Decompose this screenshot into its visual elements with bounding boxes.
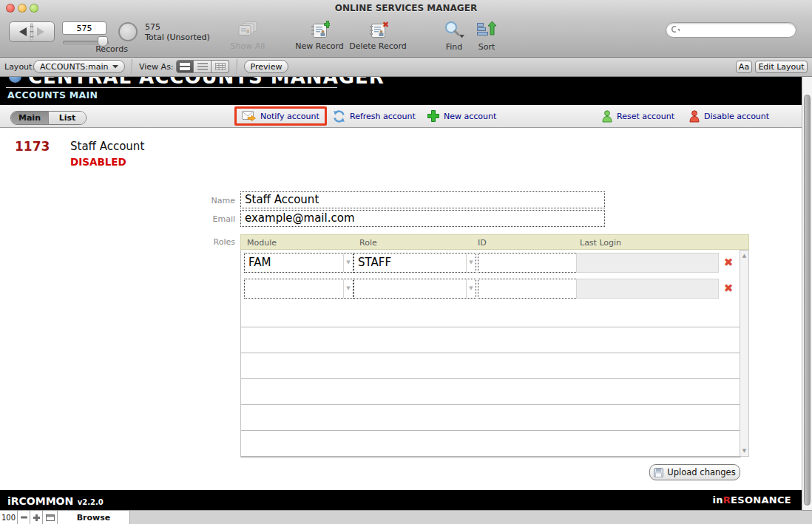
module-dropdown-arrow-icon[interactable]: ▼ bbox=[343, 254, 353, 272]
reset-account-label: Reset account bbox=[617, 112, 674, 121]
module-dropdown-arrow-icon[interactable]: ▼ bbox=[343, 279, 353, 298]
portal-scrollbar[interactable]: ▲ ▼ bbox=[740, 250, 749, 457]
record-status-badge: DISABLED bbox=[70, 156, 126, 168]
formatting-bar-toggle-button[interactable]: Aa bbox=[736, 61, 752, 73]
zoom-out-icon bbox=[21, 516, 27, 519]
new-record-icon bbox=[310, 21, 330, 38]
column-header-id: ID bbox=[478, 238, 487, 248]
preview-button[interactable]: Preview bbox=[244, 60, 288, 73]
red-person-icon bbox=[689, 110, 700, 123]
found-set-pie-icon[interactable] bbox=[118, 22, 138, 41]
toolbar-search-input[interactable] bbox=[681, 24, 791, 35]
new-account-button[interactable]: New account bbox=[427, 109, 496, 123]
role-value: STAFF bbox=[358, 256, 391, 269]
new-record-label: New Record bbox=[294, 41, 345, 51]
refresh-account-button[interactable]: Refresh account bbox=[333, 109, 416, 123]
sort-button[interactable]: Sort bbox=[474, 20, 499, 52]
application-window: ONLINE SERVICES MANAGER Records 575 Tota… bbox=[0, 0, 812, 524]
find-button[interactable]: Find bbox=[441, 20, 467, 52]
footer-left-brand: iRCOMMON v2.2.0 bbox=[7, 494, 104, 508]
delete-record-icon: ✖ bbox=[368, 21, 388, 38]
app-title: CENTRAL ACCOUNTS MANAGER bbox=[28, 77, 385, 86]
role-field[interactable]: ▼ bbox=[353, 279, 476, 299]
empty-portal-row bbox=[241, 302, 740, 327]
empty-portal-row bbox=[241, 431, 740, 457]
id-field[interactable] bbox=[478, 279, 579, 299]
layout-popup[interactable]: ACCOUNTS:main bbox=[33, 60, 125, 73]
show-all-icon bbox=[237, 21, 258, 38]
view-as-segmented-control bbox=[176, 60, 229, 73]
found-caption: Total (Unsorted) bbox=[145, 33, 210, 43]
refresh-icon bbox=[333, 110, 345, 123]
app-title-clipped: CENTRAL ACCOUNTS MANAGER bbox=[6, 77, 538, 87]
toolbar-chrome: ONLINE SERVICES MANAGER Records 575 Tota… bbox=[0, 0, 812, 58]
edit-layout-button[interactable]: Edit Layout bbox=[755, 61, 808, 73]
module-field[interactable]: FAM ▼ bbox=[244, 253, 353, 273]
view-as-table-button[interactable] bbox=[212, 60, 229, 73]
portal-scroll-down-icon[interactable]: ▼ bbox=[740, 448, 748, 454]
status-toolbar-toggle-button[interactable] bbox=[43, 511, 58, 524]
svg-text:✖: ✖ bbox=[382, 21, 388, 30]
module-field[interactable]: ▼ bbox=[244, 279, 353, 299]
window-scrollbar[interactable] bbox=[802, 77, 812, 510]
app-logo-icon bbox=[9, 77, 21, 83]
save-disk-icon bbox=[654, 468, 663, 477]
record-number-input[interactable] bbox=[62, 21, 106, 35]
record-id: 1173 bbox=[15, 139, 50, 154]
green-person-icon bbox=[602, 110, 612, 123]
notify-account-button[interactable]: Notify account bbox=[260, 112, 319, 121]
id-field[interactable] bbox=[478, 253, 579, 273]
reset-account-button[interactable]: Reset account bbox=[602, 109, 674, 123]
roles-table-header: Module Role ID Last Login bbox=[240, 234, 749, 250]
record-navigation-book[interactable] bbox=[9, 21, 55, 42]
document-header: CENTRAL ACCOUNTS MANAGER ACCOUNTS MAIN bbox=[0, 77, 802, 105]
role-dropdown-arrow-icon[interactable]: ▼ bbox=[466, 254, 476, 272]
role-dropdown-arrow-icon[interactable]: ▼ bbox=[466, 279, 476, 298]
delete-role-button[interactable]: ✖ bbox=[723, 282, 734, 295]
zoom-in-button[interactable] bbox=[30, 511, 43, 524]
brand-part-in: in bbox=[712, 494, 723, 506]
portal-scroll-up-icon[interactable]: ▲ bbox=[740, 253, 748, 259]
footer-right-brand: inRESONANCE bbox=[712, 494, 791, 506]
tab-main[interactable]: Main bbox=[11, 112, 48, 124]
role-field[interactable]: STAFF ▼ bbox=[353, 253, 476, 273]
status-bar: 100 Browse bbox=[0, 510, 812, 524]
mode-popup-browse[interactable]: Browse bbox=[58, 511, 130, 524]
zoom-in-icon bbox=[33, 514, 40, 521]
view-as-list-button[interactable] bbox=[194, 60, 212, 73]
search-icon bbox=[671, 25, 676, 35]
delete-role-button[interactable]: ✖ bbox=[723, 256, 734, 269]
record-title: Staff Account bbox=[70, 140, 144, 153]
name-field[interactable]: Staff Account bbox=[240, 191, 605, 208]
header-rule bbox=[6, 87, 337, 88]
status-toolbar-toggle-icon bbox=[46, 514, 55, 521]
footer-version: v2.2.0 bbox=[78, 498, 104, 506]
delete-record-label: Delete Record bbox=[349, 41, 407, 51]
disable-account-button[interactable]: Disable account bbox=[689, 109, 769, 123]
layout-label: Layout: bbox=[4, 62, 35, 72]
records-label: Records bbox=[77, 44, 146, 54]
delete-record-button[interactable]: ✖ Delete Record bbox=[349, 21, 407, 51]
module-value: FAM bbox=[248, 256, 271, 269]
show-all-button[interactable]: Show All bbox=[228, 21, 268, 51]
view-as-form-button[interactable] bbox=[176, 60, 194, 73]
last-login-field bbox=[576, 253, 719, 273]
toolbar-search-field[interactable] bbox=[666, 22, 796, 38]
tab-list[interactable]: List bbox=[48, 112, 86, 124]
form-view-icon bbox=[180, 63, 190, 70]
window-scrollbar-thumb[interactable] bbox=[804, 95, 811, 506]
last-login-field bbox=[576, 279, 719, 299]
list-view-icon bbox=[197, 63, 208, 70]
upload-changes-button[interactable]: Upload changes bbox=[649, 464, 740, 480]
column-header-last-login: Last Login bbox=[580, 238, 621, 248]
zoom-level-field[interactable]: 100 bbox=[0, 511, 18, 524]
email-field[interactable]: example@mail.com bbox=[240, 210, 605, 227]
new-record-button[interactable]: New Record bbox=[294, 21, 345, 51]
found-count: 575 bbox=[145, 22, 160, 33]
layout-popup-value: ACCOUNTS:main bbox=[40, 62, 109, 72]
footer-brand-bar: iRCOMMON v2.2.0 inRESONANCE bbox=[0, 490, 802, 510]
layout-popup-arrow-icon bbox=[112, 64, 118, 69]
window-title: ONLINE SERVICES MANAGER bbox=[0, 3, 812, 13]
layout-bar-divider bbox=[132, 59, 132, 74]
zoom-out-button[interactable] bbox=[18, 511, 30, 524]
